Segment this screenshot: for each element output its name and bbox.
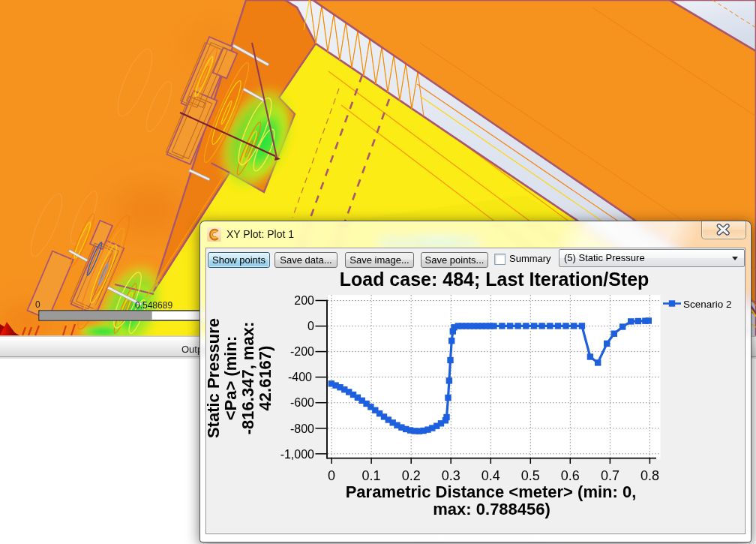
svg-text:-400: -400: [288, 371, 312, 383]
svg-text:0.3: 0.3: [442, 468, 460, 483]
svg-text:0: 0: [308, 320, 314, 332]
svg-text:0.8: 0.8: [640, 468, 659, 483]
svg-text:0.5: 0.5: [521, 468, 540, 483]
svg-text:0.7: 0.7: [601, 468, 620, 483]
svg-text:0.1: 0.1: [362, 468, 381, 483]
svg-text:Load case: 484; Last Iteration: Load case: 484; Last Iteration/Step: [340, 269, 650, 290]
svg-text:42.6167): 42.6167): [256, 346, 274, 411]
svg-text:-800: -800: [290, 422, 314, 435]
svg-text:<Pa> (min:: <Pa> (min:: [221, 336, 240, 420]
svg-text:-816.347, max:: -816.347, max:: [238, 322, 257, 434]
svg-text:0.2: 0.2: [402, 468, 421, 483]
svg-text:0.4: 0.4: [482, 468, 500, 483]
svg-text:Static Pressure: Static Pressure: [204, 318, 223, 438]
svg-text:0: 0: [328, 468, 335, 483]
svg-text:200: 200: [294, 294, 314, 307]
svg-text:0.6: 0.6: [561, 468, 580, 483]
svg-text:-600: -600: [290, 396, 314, 409]
svg-text:-1,000: -1,000: [280, 448, 314, 461]
svg-text:Parametric Distance <meter> (m: Parametric Distance <meter> (min: 0,: [346, 482, 637, 501]
svg-text:Scenario 2: Scenario 2: [683, 299, 732, 310]
svg-text:max: 0.788456): max: 0.788456): [433, 500, 550, 518]
svg-text:-200: -200: [290, 345, 314, 358]
